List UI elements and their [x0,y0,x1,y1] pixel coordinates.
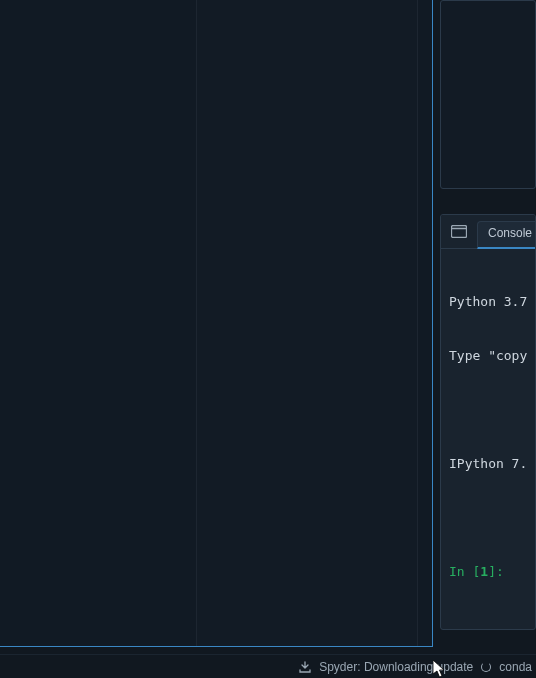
console-pane[interactable]: Console Python 3.7. Type "copyr IPython … [440,214,536,630]
status-env-text: conda [499,660,532,674]
ide-window: Console Python 3.7. Type "copyr IPython … [0,0,536,678]
tab-label: Console [488,226,532,240]
svg-rect-0 [452,226,467,238]
console-blank-line [449,401,527,419]
prompt-suffix: ]: [488,564,504,579]
prompt-number: 1 [480,564,488,579]
editor-pane[interactable] [0,0,433,647]
tab-console[interactable]: Console [477,221,536,249]
console-prompt[interactable]: In [1]: [449,563,527,581]
editor-content-area[interactable] [197,0,418,646]
console-banner-line: IPython 7.3 [449,455,527,473]
status-update-text: Spyder: Downloading update [319,660,473,674]
console-tabbar: Console [441,215,535,249]
console-banner-line: Python 3.7. [449,293,527,311]
download-icon [299,661,311,673]
pane-splitter[interactable] [440,197,536,209]
auxiliary-pane[interactable] [440,0,536,189]
window-icon [451,225,467,238]
status-bar: Spyder: Downloading update conda [0,654,536,678]
console-blank-line [449,509,527,527]
console-output[interactable]: Python 3.7. Type "copyr IPython 7.3 In [… [441,249,535,617]
console-banner-line: Type "copyr [449,347,527,365]
loading-spinner-icon [481,662,491,672]
prompt-in: In [ [449,564,480,579]
